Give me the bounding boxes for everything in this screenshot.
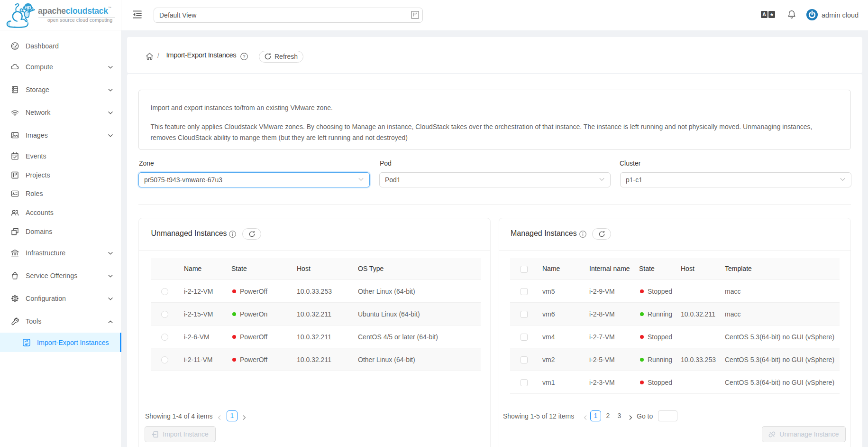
svg-text:?: ? [243, 54, 245, 59]
